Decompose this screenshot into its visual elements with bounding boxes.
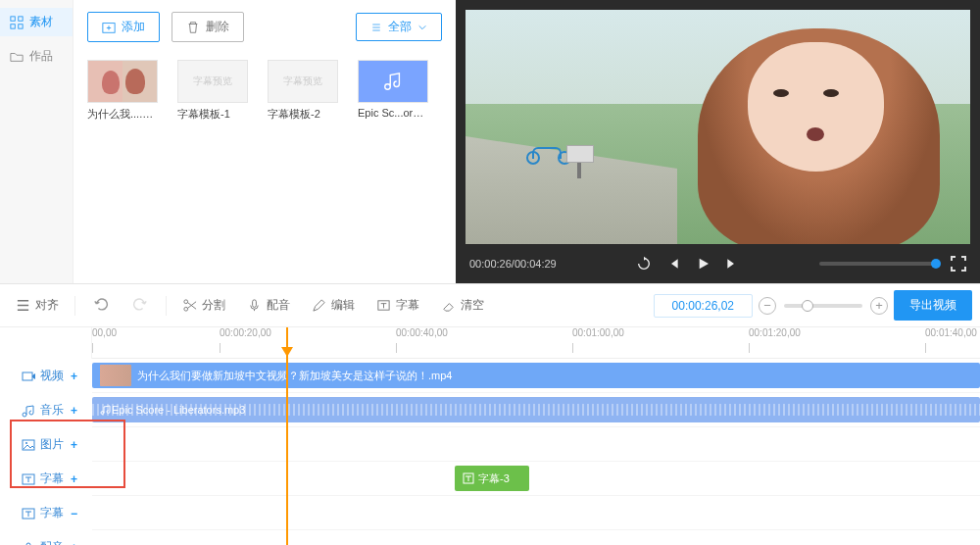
tracks-area: 为什么我们要做新加坡中文视频？新加坡美女是这样子说的！.mp4 Epic Sco… (92, 359, 980, 545)
library-panel: 添加 删除 全部 为什么我....mp4 字幕预览 字幕模板-1 (74, 0, 456, 283)
add-audio-track[interactable]: + (71, 404, 77, 418)
image-track-icon (22, 438, 35, 452)
grid-icon (10, 16, 24, 29)
zoom-control: − + (759, 297, 888, 315)
add-button[interactable]: 添加 (87, 12, 160, 42)
svg-rect-9 (23, 372, 32, 380)
align-button[interactable]: 对齐 (8, 293, 67, 318)
track-video[interactable]: 为什么我们要做新加坡中文视频？新加坡美女是这样子说的！.mp4 (92, 359, 980, 393)
track-label-voice: 配音+ (0, 530, 92, 545)
timecode-display: 00:00:26,02 (654, 294, 753, 318)
add-video-track[interactable]: + (71, 370, 77, 383)
left-nav: 素材 作品 (0, 0, 74, 283)
ruler-tick: 00:00:20,00 (220, 327, 271, 338)
chevron-down-icon (417, 23, 427, 32)
eraser-icon (441, 298, 456, 313)
ruler-tick: 00:01:20,00 (749, 327, 801, 338)
library-item[interactable]: 字幕预览 字幕模板-2 (268, 60, 338, 122)
play-button[interactable] (695, 256, 710, 272)
music-icon (382, 71, 404, 92)
loop-icon (636, 256, 652, 272)
svg-point-11 (25, 442, 27, 444)
track-labels-column: 视频+ 音乐+ 图片+ 字幕+ 字幕− 配音+ (0, 327, 92, 545)
svg-point-6 (184, 307, 188, 311)
nav-item-material[interactable]: 素材 (0, 8, 73, 36)
track-image[interactable] (92, 427, 980, 462)
thumb-label: 字幕模板-2 (268, 107, 338, 122)
edit-toolbar: 对齐 分割 配音 编辑 字幕 清空 00:00:26,02 − + 导出视频 (0, 284, 980, 327)
filter-label: 全部 (388, 19, 412, 35)
redo-button[interactable] (130, 295, 148, 316)
thumb-label: 字幕模板-1 (177, 107, 248, 122)
clip-subtitle[interactable]: 字幕-3 (455, 466, 529, 491)
mic-icon (247, 298, 262, 313)
library-toolbar: 添加 删除 全部 (87, 12, 442, 42)
track-voice[interactable] (92, 530, 980, 545)
nav-item-works[interactable]: 作品 (0, 42, 73, 71)
text-icon (376, 298, 391, 313)
thumb-subtitle: 字幕预览 (177, 60, 248, 103)
redo-icon (130, 295, 148, 313)
skip-prev-icon (665, 256, 681, 272)
svg-rect-2 (11, 24, 15, 27)
loop-button[interactable] (636, 256, 652, 272)
preview-frame (466, 10, 970, 244)
edit-button[interactable]: 编辑 (304, 293, 363, 318)
library-item[interactable]: Epic Sc...ors.mp3 (358, 60, 428, 122)
timeline-ruler[interactable]: 00,00 00:00:20,00 00:00:40,00 00:01:00,0… (92, 327, 980, 359)
align-icon (16, 298, 30, 313)
next-button[interactable] (724, 256, 740, 272)
video-track-icon (22, 370, 35, 383)
text-icon (463, 472, 474, 484)
add-voice-track[interactable]: + (71, 541, 77, 546)
export-button[interactable]: 导出视频 (894, 290, 972, 321)
track-label-audio: 音乐+ (0, 393, 92, 427)
preview-progress[interactable] (819, 262, 937, 266)
svg-rect-0 (11, 16, 15, 20)
nav-label: 素材 (29, 14, 53, 30)
zoom-slider[interactable] (784, 304, 862, 308)
clear-button[interactable]: 清空 (433, 293, 492, 318)
playhead[interactable] (286, 327, 288, 545)
library-item[interactable]: 字幕预览 字幕模板-1 (177, 60, 248, 122)
delete-button[interactable]: 删除 (172, 12, 244, 42)
pencil-icon (312, 298, 326, 313)
track-sub1[interactable]: 字幕-3 (92, 462, 980, 496)
zoom-in-button[interactable]: + (870, 297, 888, 315)
track-label-image: 图片+ (0, 427, 92, 462)
dub-button[interactable]: 配音 (239, 293, 298, 318)
preview-video[interactable] (466, 10, 970, 244)
track-label-video: 视频+ (0, 359, 92, 393)
folder-icon (10, 50, 24, 64)
ruler-tick: 00:01:00,00 (572, 327, 624, 338)
track-label-sub1: 字幕+ (0, 462, 92, 496)
library-item[interactable]: 为什么我....mp4 (87, 60, 158, 122)
split-button[interactable]: 分割 (174, 293, 233, 318)
list-icon (370, 22, 382, 33)
undo-button[interactable] (93, 295, 111, 316)
trash-icon (186, 21, 200, 34)
clip-label: 为什么我们要做新加坡中文视频？新加坡美女是这样子说的！.mp4 (137, 369, 452, 383)
track-audio[interactable]: Epic Score - Liberators.mp3 (92, 393, 980, 427)
track-sub2[interactable] (92, 496, 980, 530)
zoom-out-button[interactable]: − (759, 297, 776, 315)
voice-track-icon (22, 541, 35, 546)
prev-button[interactable] (665, 256, 681, 272)
clip-audio[interactable]: Epic Score - Liberators.mp3 (92, 397, 980, 422)
fullscreen-button[interactable] (951, 256, 966, 272)
skip-next-icon (724, 256, 740, 272)
ruler-tick: 00:00:40,00 (396, 327, 448, 338)
svg-rect-1 (19, 16, 23, 20)
align-label: 对齐 (35, 297, 59, 314)
scissors-icon (182, 298, 197, 313)
add-sub-track[interactable]: + (71, 472, 77, 486)
clip-video[interactable]: 为什么我们要做新加坡中文视频？新加坡美女是这样子说的！.mp4 (92, 363, 980, 388)
clip-label: 字幕-3 (478, 471, 510, 486)
filter-dropdown[interactable]: 全部 (356, 13, 442, 41)
remove-sub-track[interactable]: − (71, 507, 77, 520)
add-image-track[interactable]: + (71, 438, 77, 452)
add-folder-icon (102, 21, 116, 34)
undo-redo-group (83, 295, 158, 316)
subtitle-button[interactable]: 字幕 (368, 293, 427, 318)
music-icon (100, 404, 112, 416)
